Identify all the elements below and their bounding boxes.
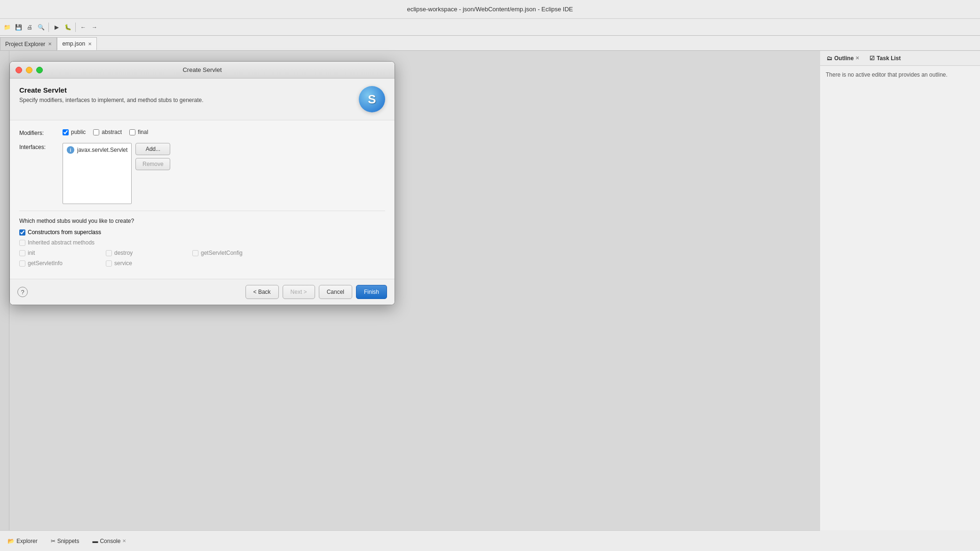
outline-icon: 🗂 xyxy=(827,55,832,62)
dialog-header-text: Create Servlet Specify modifiers, interf… xyxy=(19,86,204,103)
modifiers-row: Modifiers: public abstract final xyxy=(19,129,385,136)
back-button[interactable]: < Back xyxy=(245,285,279,299)
stub-service-checkbox[interactable] xyxy=(106,260,112,267)
stub-row-init: init destroy getServletConfig xyxy=(19,250,385,256)
stub-getservletconfig-checkbox[interactable] xyxy=(192,250,198,256)
stub-service-label: service xyxy=(114,260,132,267)
interface-buttons: Add... Remove xyxy=(135,143,170,170)
toolbar-btn-forward[interactable]: → xyxy=(89,22,100,32)
next-button[interactable]: Next > xyxy=(283,285,315,299)
stub-inherited-checkbox[interactable] xyxy=(19,240,25,246)
interface-icon-label: i xyxy=(70,148,71,153)
bottom-tab-explorer[interactable]: 📂 Explorer xyxy=(4,536,41,546)
dialog-header-title: Create Servlet xyxy=(19,86,204,94)
tasklist-icon: ☑ xyxy=(869,55,875,62)
add-interface-button[interactable]: Add... xyxy=(135,143,170,155)
console-label: Console xyxy=(100,538,120,544)
window-maximize-button[interactable] xyxy=(36,67,43,73)
console-close[interactable]: ✕ xyxy=(122,538,126,543)
modifier-abstract-item[interactable]: abstract xyxy=(93,129,122,135)
console-icon: ▬ xyxy=(92,538,98,544)
stub-constructors-item[interactable]: Constructors from superclass xyxy=(19,229,101,236)
bottom-tab-console[interactable]: ▬ Console ✕ xyxy=(88,536,130,546)
modifier-public-checkbox[interactable] xyxy=(63,129,69,135)
stub-getservletconfig-label: getServletConfig xyxy=(201,250,243,256)
explorer-label: Explorer xyxy=(16,538,38,544)
footer-right: < Back Next > Cancel Finish xyxy=(245,285,387,299)
outline-tab[interactable]: 🗂 Outline ✕ xyxy=(824,53,862,63)
stub-constructors-label: Constructors from superclass xyxy=(28,229,101,236)
window-close-button[interactable] xyxy=(16,67,22,73)
interfaces-list: i javax.servlet.Servlet xyxy=(63,143,132,204)
snippets-icon: ✂ xyxy=(51,538,55,544)
cancel-button[interactable]: Cancel xyxy=(319,285,352,299)
toolbar-sep-1 xyxy=(48,23,49,32)
title-bar: eclipse-workspace - json/WebContent/emp.… xyxy=(0,0,980,19)
modifier-final-item[interactable]: final xyxy=(129,129,148,135)
outline-close[interactable]: ✕ xyxy=(855,55,859,61)
tab-emp-json-label: emp.json xyxy=(62,40,85,47)
modifier-final-label: final xyxy=(138,129,148,135)
stub-row-constructors: Constructors from superclass xyxy=(19,229,385,236)
tasklist-label: Task List xyxy=(877,55,901,62)
stub-destroy-item[interactable]: destroy xyxy=(106,250,181,256)
stub-getservletinfo-label: getServletInfo xyxy=(28,260,63,267)
tasklist-tab[interactable]: ☑ Task List xyxy=(867,53,903,63)
servlet-icon-label: S xyxy=(368,92,376,107)
dialog-title: Create Servlet xyxy=(182,66,221,73)
toolbar: 📁 💾 🖨 🔍 ▶ 🐛 ← → xyxy=(0,19,980,36)
right-panel-content: There is no active editor that provides … xyxy=(820,66,980,84)
toolbar-sep-2 xyxy=(75,23,76,32)
toolbar-btn-debug[interactable]: 🐛 xyxy=(63,22,73,32)
toolbar-btn-run[interactable]: ▶ xyxy=(51,22,62,32)
toolbar-btn-save[interactable]: 💾 xyxy=(13,22,24,32)
toolbar-btn-new[interactable]: 📁 xyxy=(2,22,12,32)
stub-init-label: init xyxy=(28,250,35,256)
tab-project-explorer[interactable]: Project Explorer ✕ xyxy=(0,37,57,50)
modifier-final-checkbox[interactable] xyxy=(129,129,135,135)
toolbar-btn-search[interactable]: 🔍 xyxy=(36,22,46,32)
window-title: eclipse-workspace - json/WebContent/emp.… xyxy=(407,6,573,13)
toolbar-btn-back[interactable]: ← xyxy=(78,22,88,32)
interface-item-0[interactable]: i javax.servlet.Servlet xyxy=(65,145,129,155)
toolbar-btn-print[interactable]: 🖨 xyxy=(24,22,35,32)
right-panel-header: 🗂 Outline ✕ ☑ Task List xyxy=(820,51,980,66)
stub-getservletinfo-checkbox[interactable] xyxy=(19,260,25,267)
window-controls xyxy=(16,67,43,73)
interfaces-container: i javax.servlet.Servlet Add... Remove xyxy=(63,143,170,204)
dialog-titlebar: Create Servlet xyxy=(10,62,395,79)
servlet-icon: S xyxy=(359,86,385,112)
stub-destroy-label: destroy xyxy=(114,250,133,256)
modifier-abstract-label: abstract xyxy=(102,129,122,135)
modifier-abstract-checkbox[interactable] xyxy=(93,129,99,135)
dialog-header-section: Create Servlet Specify modifiers, interf… xyxy=(10,79,395,120)
tab-emp-json[interactable]: emp.json ✕ xyxy=(57,37,97,50)
section-divider xyxy=(19,211,385,211)
window-minimize-button[interactable] xyxy=(26,67,32,73)
stub-init-checkbox[interactable] xyxy=(19,250,25,256)
explorer-icon: 📂 xyxy=(8,538,15,544)
stub-inherited-item[interactable]: Inherited abstract methods xyxy=(19,239,95,246)
create-servlet-dialog: Create Servlet Create Servlet Specify mo… xyxy=(9,61,395,305)
modifier-public-item[interactable]: public xyxy=(63,129,86,135)
tab-project-explorer-close[interactable]: ✕ xyxy=(48,41,52,47)
stub-inherited-label: Inherited abstract methods xyxy=(28,239,95,246)
dialog-footer: ? < Back Next > Cancel Finish xyxy=(10,279,395,305)
stub-init-item[interactable]: init xyxy=(19,250,95,256)
bottom-panel: 📂 Explorer ✂ Snippets ▬ Console ✕ xyxy=(0,530,820,551)
right-panel: 🗂 Outline ✕ ☑ Task List There is no acti… xyxy=(820,51,980,530)
stub-getservletinfo-item[interactable]: getServletInfo xyxy=(19,260,95,267)
help-icon-label: ? xyxy=(21,289,24,296)
finish-button[interactable]: Finish xyxy=(356,285,387,299)
stub-constructors-checkbox[interactable] xyxy=(19,229,25,236)
help-button[interactable]: ? xyxy=(17,287,28,297)
interface-icon-0: i xyxy=(67,146,74,154)
stub-destroy-checkbox[interactable] xyxy=(106,250,112,256)
remove-interface-button[interactable]: Remove xyxy=(135,158,170,170)
snippets-label: Snippets xyxy=(57,538,79,544)
stub-service-item[interactable]: service xyxy=(106,260,181,267)
stub-row-service: getServletInfo service xyxy=(19,260,385,267)
stub-getservletconfig-item[interactable]: getServletConfig xyxy=(192,250,268,256)
tab-emp-json-close[interactable]: ✕ xyxy=(88,41,92,47)
bottom-tab-snippets[interactable]: ✂ Snippets xyxy=(47,536,83,546)
